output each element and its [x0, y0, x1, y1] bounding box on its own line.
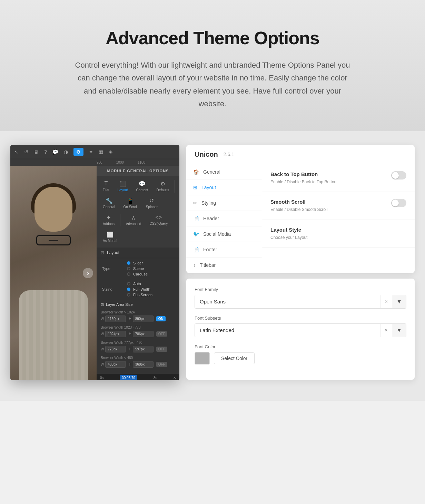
- type-option-row: Type Slider Scene Carousel: [97, 258, 179, 279]
- unicon-version: 2.6.1: [224, 152, 234, 157]
- tab-defaults[interactable]: ⚙ Defaults: [153, 178, 173, 194]
- browser-label-3: Browser Width < 480: [101, 356, 175, 360]
- settings-icon[interactable]: ⚙: [73, 148, 83, 156]
- back-to-top-title: Back to Top Button: [270, 171, 336, 177]
- width-field-1: W: [101, 331, 126, 337]
- back-to-top-desc: Enable / Disable Back to Top Button: [270, 179, 336, 185]
- settings-panel: MODULE GENERAL OPTIONS T Title ⬛ Layout …: [97, 166, 179, 380]
- nav-titlebar[interactable]: ↕ Titlebar: [186, 258, 262, 273]
- w-label-3: W: [101, 362, 104, 366]
- font-subsets-select[interactable]: Latin Extended × ▼: [195, 323, 406, 337]
- titlebar-nav-label: Titlebar: [200, 262, 216, 268]
- theme-icon[interactable]: ◑: [64, 149, 68, 155]
- sizing-auto[interactable]: Auto: [127, 282, 152, 286]
- toggle-3[interactable]: OFF: [156, 362, 167, 367]
- chevron-right-icon[interactable]: ›: [83, 268, 93, 278]
- height-input-0[interactable]: [133, 316, 154, 322]
- tab-advanced[interactable]: ∧ Advanced: [122, 212, 145, 228]
- back-to-top-toggle[interactable]: [391, 171, 406, 180]
- color-swatch[interactable]: [195, 352, 210, 365]
- tab-layout[interactable]: ⬛ Layout: [114, 178, 131, 194]
- hero-section: Advanced Theme Options Control everythin…: [0, 0, 425, 131]
- font-family-clear-icon[interactable]: ×: [380, 295, 392, 308]
- titlebar-nav-icon: ↕: [193, 262, 196, 268]
- columns-icon[interactable]: ▦: [99, 149, 103, 155]
- width-input-2[interactable]: [105, 346, 126, 352]
- w-label-2: W: [101, 347, 104, 351]
- font-family-arrow-icon[interactable]: ▼: [392, 295, 406, 308]
- carousel-radio-dot: [127, 272, 130, 276]
- grid-icon[interactable]: ✦: [89, 149, 93, 155]
- browser-label-0: Browser Width > 1024: [101, 310, 175, 314]
- nav-styling[interactable]: ✏ Styling: [186, 195, 262, 211]
- nav-footer[interactable]: 📄 Footer: [186, 242, 262, 258]
- layer-area-icon: ⊡: [101, 302, 104, 307]
- sizing-radio-group: Auto Full-Width Full-Screen: [127, 282, 152, 297]
- width-input-3[interactable]: [105, 361, 126, 368]
- smooth-scroll-knob: [392, 200, 399, 206]
- undo-icon[interactable]: ↺: [24, 149, 28, 155]
- addons-tab-icon: ✦: [106, 214, 111, 221]
- defaults-tab-label: Defaults: [157, 188, 169, 192]
- tab-content[interactable]: 💬 Content: [133, 178, 152, 194]
- sizing-fullscreen[interactable]: Full-Screen: [127, 293, 152, 297]
- height-input-2[interactable]: [133, 346, 154, 352]
- nav-header[interactable]: 📄 Header: [186, 211, 262, 226]
- comment-icon[interactable]: 💬: [52, 149, 58, 155]
- toggle-0[interactable]: ON: [156, 316, 166, 321]
- type-carousel[interactable]: Carousel: [127, 272, 148, 276]
- font-subsets-arrow-icon[interactable]: ▼: [392, 324, 406, 337]
- layer-area-header: ⊡ Layer Area Size: [101, 302, 175, 307]
- tab-title[interactable]: T Title: [99, 178, 113, 194]
- title-tab-icon: T: [104, 181, 108, 187]
- tab-divider-2: [120, 214, 120, 226]
- width-input-1[interactable]: [105, 331, 126, 337]
- help-icon[interactable]: ?: [44, 149, 47, 155]
- layer-area-section: ⊡ Layer Area Size Browser Width > 1024 W: [97, 300, 179, 374]
- layers-icon[interactable]: ◈: [109, 149, 112, 155]
- desktop-icon[interactable]: 🖥: [34, 149, 39, 155]
- type-slider[interactable]: Slider: [127, 261, 148, 265]
- browser-row-2: Browser Width 777px - 480 W H OFF: [101, 341, 175, 352]
- smooth-scroll-toggle[interactable]: [391, 199, 406, 207]
- tab-addons[interactable]: ✦ Addons: [99, 212, 118, 228]
- height-field-1: H: [129, 331, 153, 337]
- height-input-3[interactable]: [133, 361, 154, 368]
- font-family-select[interactable]: Open Sans × ▼: [195, 295, 406, 309]
- tab-bar: T Title ⬛ Layout 💬 Content ⚙ Defaults: [97, 176, 179, 248]
- select-color-button[interactable]: Select Color: [214, 352, 255, 364]
- tab-cssjquery[interactable]: <> CSS/jQuery: [146, 212, 171, 228]
- width-input-0[interactable]: [105, 316, 126, 322]
- height-input-1[interactable]: [133, 331, 154, 337]
- w-label-0: W: [101, 317, 104, 321]
- tab-general[interactable]: 🔧 General: [99, 195, 119, 211]
- social-nav-icon: 🐦: [193, 231, 199, 237]
- sizing-option-row: Sizing Auto Full-Width Full-Screen: [97, 279, 179, 300]
- toggle-1[interactable]: OFF: [156, 331, 167, 337]
- image-preview: ›: [10, 166, 97, 380]
- fullscreen-radio-dot: [127, 293, 130, 297]
- nav-layout[interactable]: ⊞ Layout: [186, 180, 262, 195]
- toggle-2[interactable]: OFF: [156, 347, 167, 352]
- theme-editor-panel: ↖ ↺ 🖥 ? 💬 ◑ ⚙ ✦ ▦ ◈ 900 1000 1100: [10, 145, 179, 380]
- nav-general[interactable]: 🏠 General: [186, 164, 262, 180]
- module-header: MODULE GENERAL OPTIONS: [97, 166, 179, 176]
- cursor-icon[interactable]: ↖: [14, 149, 19, 155]
- nav-social-media[interactable]: 🐦 Social Media: [186, 226, 262, 242]
- fullscreen-label: Full-Screen: [133, 293, 152, 297]
- spinner-tab-icon: ↺: [149, 197, 154, 204]
- scene-radio-dot: [127, 267, 130, 270]
- font-subsets-clear-icon[interactable]: ×: [380, 324, 392, 337]
- general-tab-icon: 🔧: [106, 197, 112, 204]
- sizing-fullwidth[interactable]: Full-Width: [127, 287, 152, 291]
- close-icon[interactable]: ✕: [173, 376, 176, 380]
- content-tab-label: Content: [136, 188, 148, 192]
- tab-onscroll[interactable]: 📱 On Scroll: [120, 195, 141, 211]
- font-card: Font Family Open Sans × ▼ Font Subsets L…: [186, 279, 415, 380]
- tab-spinner[interactable]: ↺ Spinner: [142, 195, 161, 211]
- browser-inputs-2: W H OFF: [101, 346, 175, 352]
- font-family-field: Font Family Open Sans × ▼: [195, 287, 406, 309]
- type-scene[interactable]: Scene: [127, 266, 148, 271]
- font-subsets-value: Latin Extended: [195, 324, 380, 337]
- tab-asmodal[interactable]: ⬜ As Modal: [99, 229, 121, 245]
